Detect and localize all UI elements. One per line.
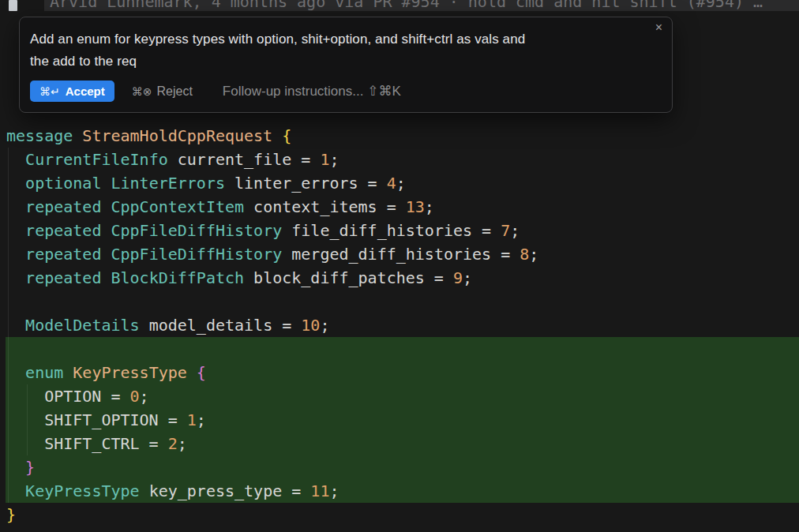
token-b2: { xyxy=(197,363,206,382)
code-line-added: } xyxy=(0,455,799,479)
cmd-backspace-shortcut-icon: ⌘⊗ xyxy=(132,85,152,98)
token-pl: context_items = xyxy=(244,197,406,216)
token-pl: current_file = xyxy=(168,150,321,169)
token-pl xyxy=(6,268,25,287)
token-kw: repeated xyxy=(25,268,101,287)
editor-screen: Arvid Lunnemark, 4 months ago via PR #95… xyxy=(0,0,799,532)
token-b1: } xyxy=(6,505,16,524)
git-blame-annotation[interactable]: Arvid Lunnemark, 4 months ago via PR #95… xyxy=(50,0,763,11)
accept-label: Accept xyxy=(66,84,105,98)
token-pl xyxy=(6,245,25,264)
token-type: CppContextItem xyxy=(111,197,244,216)
token-pl: linter_errors = xyxy=(225,174,387,193)
code-line: repeated CppFileDiffHistory file_diff_hi… xyxy=(0,219,799,242)
token-pl xyxy=(6,458,25,477)
token-pl xyxy=(6,363,25,382)
token-def: StreamHoldCppRequest xyxy=(82,126,272,145)
token-pl: ; xyxy=(396,174,406,193)
text-cursor-block xyxy=(9,0,17,11)
prompt-text-line1: Add an enum for keypress types with opti… xyxy=(30,28,525,51)
token-pl: SHIFT_OPTION = xyxy=(6,410,187,429)
token-pl xyxy=(6,481,25,500)
code-line: repeated CppContextItem context_items = … xyxy=(0,195,799,219)
token-num: 1 xyxy=(187,410,197,429)
code-line: } xyxy=(0,503,799,526)
token-pl: key_press_type = xyxy=(140,481,311,500)
close-icon[interactable]: × xyxy=(655,20,662,36)
token-num: 8 xyxy=(520,245,529,264)
prompt-text-line2: the add to the req xyxy=(30,51,525,73)
token-pl: merged_diff_histories = xyxy=(282,245,520,264)
token-pl: ; xyxy=(140,387,149,406)
token-pl xyxy=(63,363,73,382)
token-pl: block_diff_patches = xyxy=(244,268,453,287)
token-pl xyxy=(101,221,111,240)
code-line-added: SHIFT_OPTION = 1; xyxy=(0,408,799,432)
token-num: 13 xyxy=(406,197,425,216)
indent-guide-level1 xyxy=(8,148,9,503)
token-type: ModelDetails xyxy=(25,316,140,335)
token-type: KeyPressType xyxy=(25,481,140,500)
code-line-added: enum KeyPressType { xyxy=(0,361,799,384)
token-num: 4 xyxy=(387,174,396,193)
token-pl: ; xyxy=(425,197,434,216)
token-type: CppFileDiffHistory xyxy=(111,245,282,264)
code-line: repeated BlockDiffPatch block_diff_patch… xyxy=(0,266,799,290)
code-lines: message StreamHoldCppRequest { CurrentFi… xyxy=(0,124,799,526)
token-b1: { xyxy=(282,126,291,145)
token-pl xyxy=(6,150,25,169)
token-pl xyxy=(6,316,25,335)
code-line: ModelDetails model_details = 10; xyxy=(0,313,799,337)
token-pl: ; xyxy=(463,268,472,287)
token-b2: } xyxy=(25,458,35,477)
token-pl xyxy=(6,174,25,193)
token-pl: ; xyxy=(529,245,538,264)
token-pl: ; xyxy=(320,316,329,335)
token-kw: repeated xyxy=(25,197,101,216)
token-pl: ; xyxy=(329,481,339,500)
token-pl: ; xyxy=(510,221,520,240)
token-pl xyxy=(6,197,25,216)
code-line: CurrentFileInfo current_file = 1; xyxy=(0,148,799,171)
token-kw: optional xyxy=(25,174,101,193)
token-type: LinterErrors xyxy=(111,174,225,193)
token-pl: OPTION = xyxy=(6,387,130,406)
token-pl xyxy=(101,197,111,216)
token-kw: repeated xyxy=(25,245,101,264)
token-num: 10 xyxy=(301,316,320,335)
token-pl xyxy=(101,268,111,287)
token-pl xyxy=(187,363,197,382)
indent-guide-level2 xyxy=(27,384,28,455)
accept-button[interactable]: ⌘↵ Accept xyxy=(30,81,114,102)
code-line: repeated CppFileDiffHistory merged_diff_… xyxy=(0,242,799,266)
token-pl: ; xyxy=(329,150,339,169)
token-pl: ; xyxy=(178,434,187,453)
code-line: optional LinterErrors linter_errors = 4; xyxy=(0,171,799,195)
token-kw: message xyxy=(6,126,73,145)
token-pl xyxy=(73,126,82,145)
popup-actions: ⌘↵ Accept ⌘⊗ Reject Follow-up instructio… xyxy=(30,81,401,102)
token-pl: file_diff_histories = xyxy=(282,221,501,240)
token-num: 1 xyxy=(320,150,329,169)
token-num: 9 xyxy=(453,268,463,287)
followup-instructions-button[interactable]: Follow-up instructions... ⇧⌘K xyxy=(223,83,401,99)
token-pl xyxy=(101,245,111,264)
token-num: 0 xyxy=(130,387,140,406)
inline-edit-popup: × Add an enum for keypress types with op… xyxy=(19,17,673,113)
reject-label: Reject xyxy=(157,84,193,99)
token-pl xyxy=(272,126,282,145)
token-type: BlockDiffPatch xyxy=(111,268,244,287)
token-kw: repeated xyxy=(25,221,101,240)
code-line xyxy=(0,290,799,313)
cmd-enter-shortcut-icon: ⌘↵ xyxy=(39,85,60,98)
token-pl xyxy=(101,174,111,193)
reject-button[interactable]: ⌘⊗ Reject xyxy=(132,84,193,99)
code-area[interactable]: message StreamHoldCppRequest { CurrentFi… xyxy=(0,124,799,526)
prompt-text: Add an enum for keypress types with opti… xyxy=(30,28,525,73)
token-num: 2 xyxy=(168,434,178,453)
token-num: 7 xyxy=(501,221,510,240)
token-pl xyxy=(6,221,25,240)
token-kw: enum xyxy=(25,363,63,382)
code-line-added xyxy=(0,337,799,361)
code-line-added: OPTION = 0; xyxy=(0,384,799,408)
